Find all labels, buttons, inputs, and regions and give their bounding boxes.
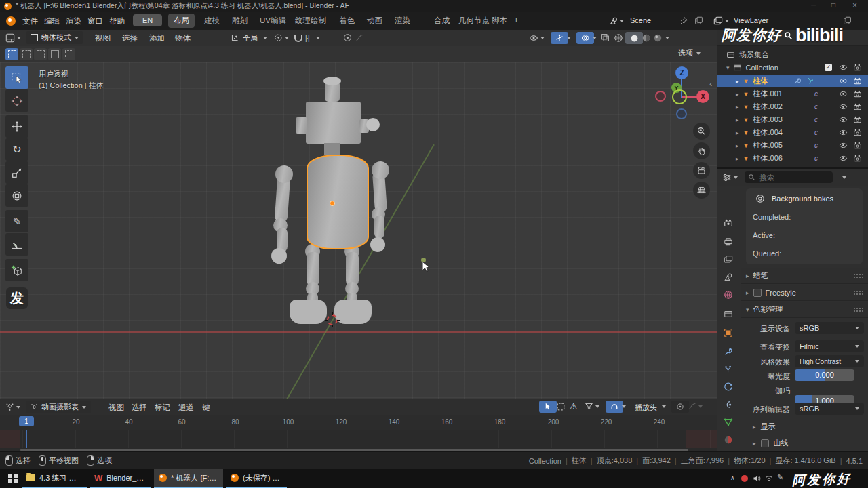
constraint-icon[interactable] <box>806 77 815 85</box>
timeline-editor-type-icon[interactable] <box>5 403 14 411</box>
eye-icon[interactable] <box>839 115 848 124</box>
tool-rotate[interactable]: ↻ <box>5 138 28 161</box>
viewport-menu-add[interactable]: 添加 <box>149 33 165 43</box>
taskbar-item-blender-2[interactable]: (未保存) - Blender ... <box>226 469 287 488</box>
viewport-menu-view[interactable]: 视图 <box>95 33 111 43</box>
editor-type-icon[interactable] <box>5 33 15 43</box>
robot-torso[interactable] <box>307 155 369 249</box>
camera-icon[interactable] <box>853 102 862 111</box>
search-input[interactable] <box>758 173 822 182</box>
wifi-icon[interactable] <box>765 474 773 483</box>
expand-triangle-icon[interactable]: ▸ <box>736 142 739 149</box>
timeline-mode-selector[interactable]: 动画摄影表 <box>26 401 91 413</box>
menu-window[interactable]: 窗口 <box>87 16 103 26</box>
show-overlays-toggle[interactable] <box>576 32 594 44</box>
timeline-menu-view[interactable]: 视图 <box>108 403 124 413</box>
timeline-filter-icon[interactable] <box>585 402 593 411</box>
eye-icon[interactable] <box>839 89 848 98</box>
camera-icon[interactable] <box>853 77 862 85</box>
camera-icon[interactable] <box>853 128 862 137</box>
timeline-menu-marker[interactable]: 标记 <box>155 403 170 413</box>
tab-object[interactable] <box>717 324 740 341</box>
tool-move[interactable] <box>5 115 28 138</box>
outliner-row-object[interactable]: ▸ ▼ 柱体.001 c <box>717 87 868 100</box>
properties-search-field[interactable] <box>745 171 833 183</box>
menu-render[interactable]: 渲染 <box>66 16 81 26</box>
outliner-row-collection[interactable]: ▾ Collection ✓ <box>717 61 868 74</box>
freestyle-checkbox[interactable] <box>753 289 762 297</box>
language-button[interactable]: EN <box>133 14 162 26</box>
tool-annotate[interactable]: ✎ <box>5 210 28 232</box>
menu-help[interactable]: 帮助 <box>109 16 125 26</box>
menu-edit[interactable]: 编辑 <box>44 16 60 26</box>
workspace-tab-sculpting[interactable]: 雕刻 <box>226 14 253 28</box>
outliner-row-object[interactable]: ▸ ▼ 柱体.002 c <box>717 100 868 113</box>
tab-modifiers[interactable] <box>717 343 740 360</box>
new-scene-icon[interactable] <box>694 16 703 25</box>
show-gizmo-toggle[interactable] <box>551 32 568 44</box>
tray-chevron-icon[interactable]: ∧ <box>730 474 735 481</box>
timeline-falloff-icon[interactable] <box>688 402 696 411</box>
region-collapse-icon[interactable]: ‹ <box>709 79 712 89</box>
camera-icon[interactable] <box>853 63 862 72</box>
tab-output[interactable] <box>717 233 740 250</box>
workspace-tab-compositing[interactable]: 合成 <box>429 14 455 28</box>
snap-chevron-icon[interactable] <box>316 37 320 39</box>
scene-name[interactable]: Scene <box>630 16 651 24</box>
view-transform-dropdown[interactable]: Filmic <box>795 340 864 352</box>
tool-cursor[interactable] <box>5 89 28 112</box>
maximize-button[interactable]: □ <box>831 1 835 9</box>
tab-object-data[interactable] <box>717 413 740 430</box>
camera-icon[interactable] <box>853 89 862 98</box>
tab-collection-props[interactable] <box>717 305 740 322</box>
pin-icon[interactable] <box>679 16 688 25</box>
zoom-button[interactable] <box>693 123 710 140</box>
display-device-dropdown[interactable]: sRGB <box>795 322 864 334</box>
timeline-menu-key[interactable]: 键 <box>202 403 210 413</box>
viewport-menu-object[interactable]: 物体 <box>175 33 191 43</box>
tab-constraints[interactable] <box>717 396 740 413</box>
curves-checkbox[interactable] <box>761 439 769 447</box>
panel-grip-icon[interactable] <box>853 273 864 279</box>
workspace-tab-uv[interactable]: UV编辑 <box>254 14 292 28</box>
panel-freestyle[interactable]: ▸ Freestyle <box>741 285 868 301</box>
timeline-body[interactable] <box>0 430 717 448</box>
gizmo-chevron-icon[interactable] <box>567 37 571 39</box>
outliner-row-object[interactable]: ▸ ▼ 柱体.005 c <box>717 139 868 152</box>
blender-menu-icon[interactable] <box>6 16 16 26</box>
editor-type-chevron-icon[interactable] <box>17 37 21 39</box>
select-mode-extend-button[interactable] <box>20 48 33 60</box>
tab-material[interactable] <box>717 431 740 448</box>
expand-triangle-icon[interactable]: ▸ <box>736 155 739 162</box>
eye-icon[interactable] <box>839 102 848 111</box>
add-workspace-button[interactable]: + <box>509 14 524 26</box>
camera-view-button[interactable] <box>693 162 710 179</box>
shading-material-icon[interactable] <box>642 33 651 43</box>
tool-scale[interactable] <box>5 161 28 184</box>
workspace-tab-rendering[interactable]: 渲染 <box>389 14 416 28</box>
shading-chevron-icon[interactable] <box>665 37 669 39</box>
timeline-menu-channel[interactable]: 通道 <box>178 403 194 413</box>
eye-icon[interactable] <box>839 77 848 85</box>
eye-icon[interactable] <box>839 128 848 137</box>
falloff-curve-icon[interactable] <box>355 33 364 42</box>
snap-magnet-icon[interactable] <box>294 35 302 42</box>
start-button[interactable] <box>8 474 18 483</box>
panel-grease-pencil[interactable]: ▸ 蜡笔 <box>741 268 868 284</box>
tool-transform[interactable] <box>5 184 28 207</box>
menu-file[interactable]: 文件 <box>22 16 38 26</box>
outliner-row-object-selected[interactable]: ▸ ▼ 柱体 <box>717 75 868 87</box>
navigation-gizmo[interactable]: Z Y X <box>650 64 714 121</box>
collection-checkbox[interactable]: ✓ <box>825 64 832 71</box>
scene-icon[interactable] <box>609 16 618 26</box>
sequencer-dropdown[interactable]: sRGB <box>795 403 864 415</box>
timeline-ruler[interactable]: 1 20 40 60 80 100 120 140 160 180 200 22… <box>0 415 717 430</box>
shading-wireframe-icon[interactable] <box>614 33 623 43</box>
tool-measure[interactable] <box>5 233 28 256</box>
workspace-tab-modeling[interactable]: 建模 <box>199 14 225 28</box>
playhead-line[interactable] <box>26 430 27 448</box>
shading-solid-button[interactable] <box>625 32 643 44</box>
minimize-button[interactable]: ─ <box>811 1 816 9</box>
gizmo-x-axis[interactable]: X <box>696 90 709 103</box>
tab-physics[interactable] <box>717 378 740 395</box>
